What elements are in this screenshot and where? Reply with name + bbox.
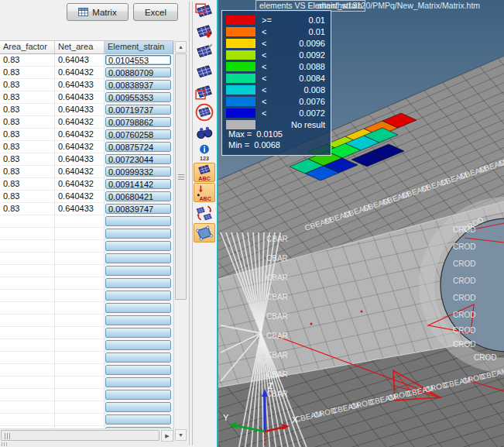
element-strain-cell[interactable] (105, 278, 171, 288)
element-strain-cell[interactable] (105, 266, 171, 276)
svg-text:CROD: CROD (453, 260, 475, 268)
table-swap-icon[interactable] (194, 203, 215, 222)
resize-grip[interactable] (0, 442, 187, 447)
table-cell (55, 339, 105, 352)
table-cell: 0.64043 (55, 54, 105, 67)
element-strain-cell[interactable]: 0.0104553 (105, 55, 171, 65)
element-strain-cell[interactable] (105, 315, 171, 325)
table-cell: 0.00999332 (105, 166, 173, 178)
element-strain-cell[interactable] (105, 390, 171, 400)
table-circle-icon[interactable] (194, 102, 215, 122)
toolbar-drag-handle[interactable] (189, 2, 193, 445)
table-edit-icon[interactable] (194, 42, 215, 61)
scroll-up-arrow-icon[interactable]: ▲ (175, 41, 187, 53)
svg-text:CBAR: CBAR (266, 351, 288, 359)
element-strain-cell[interactable]: 0.00838937 (105, 80, 171, 90)
excel-button[interactable]: Excel (133, 3, 178, 21)
table-row (0, 302, 173, 315)
find-binoculars-icon[interactable] (194, 122, 215, 142)
element-strain-cell[interactable] (105, 303, 171, 313)
table-plain-icon[interactable] (194, 62, 215, 81)
excel-button-label: Excel (145, 8, 166, 17)
horizontal-scrollbar[interactable]: ▶ (0, 428, 173, 442)
matrix-table-select-icon[interactable] (194, 2, 215, 21)
legend-swatch (226, 50, 255, 60)
table-red-select-icon[interactable] (194, 82, 215, 101)
element-strain-cell[interactable] (105, 229, 171, 239)
table-cell (105, 302, 173, 315)
column-header[interactable]: Area_factor (0, 41, 55, 53)
table-cell (0, 315, 55, 327)
svg-text:CROD: CROD (453, 340, 475, 349)
table-cell (105, 377, 173, 389)
table-cell (0, 215, 55, 228)
element-strain-cell[interactable] (105, 402, 171, 412)
table-cell (55, 265, 105, 277)
element-strain-cell[interactable]: 0.00880709 (105, 67, 171, 77)
element-strain-cell[interactable] (105, 328, 171, 338)
svg-text:ABC: ABC (198, 176, 210, 182)
table-row: 0.830.6404330.00838937 (0, 79, 173, 91)
element-strain-cell[interactable]: 0.00914142 (105, 179, 171, 189)
table-cell (0, 327, 55, 339)
element-strain-cell[interactable]: 0.00723044 (105, 154, 171, 164)
svg-text:ABC: ABC (199, 196, 211, 202)
table-cell (0, 240, 55, 253)
element-strain-cell[interactable] (105, 414, 171, 425)
table-cell (105, 414, 173, 426)
legend-swatch (226, 120, 255, 129)
element-strain-cell[interactable]: 0.00680421 (105, 191, 171, 201)
svg-text:123: 123 (200, 155, 209, 161)
element-strain-cell[interactable] (105, 377, 171, 387)
arrow-abc-labels-icon[interactable]: ABC (194, 183, 215, 202)
legend-maxmin: Max =0.0105 Min =0.0068 (228, 129, 283, 150)
vertical-scrollbar[interactable]: ▲ ▼ (173, 40, 187, 442)
element-strain-cell[interactable]: 0.00798862 (105, 117, 171, 127)
matrix-button[interactable]: Matrix (67, 3, 129, 21)
table-cell (105, 401, 173, 414)
table-cell: 0.83 (0, 166, 55, 178)
vertical-scrollbar-thumb[interactable] (175, 53, 187, 300)
element-strain-cell[interactable] (105, 352, 171, 363)
svg-text:CBAR: CBAR (266, 273, 288, 282)
svg-text:X: X (292, 415, 298, 425)
element-strain-cell[interactable] (105, 365, 171, 375)
element-strain-cell[interactable] (105, 241, 171, 251)
element-strain-cell[interactable]: 0.00760258 (105, 129, 171, 139)
horizontal-scrollbar-thumb[interactable] (1, 430, 159, 441)
matrix-button-label: Matrix (92, 8, 116, 17)
table-cell (0, 352, 55, 364)
area-select-icon[interactable] (194, 223, 215, 242)
legend-row-0: >=0.01 (222, 14, 331, 26)
column-header[interactable]: Net_area (55, 41, 105, 53)
element-strain-cell[interactable]: 0.00999332 (105, 167, 171, 177)
element-strain-cell[interactable]: 0.00839747 (105, 204, 171, 214)
element-strain-cell[interactable] (105, 216, 171, 226)
table-row: 0.830.6404330.00955353 (0, 91, 173, 104)
svg-text:CBAR: CBAR (266, 332, 288, 340)
element-strain-cell[interactable] (105, 340, 171, 350)
3d-viewport[interactable]: CRODCRODCRODCRODCRODCRODCRODCRODCBARCBAR… (217, 0, 504, 447)
table-row (0, 240, 173, 253)
info-123-icon[interactable]: 123 (194, 143, 215, 162)
element-strain-cell[interactable] (105, 253, 171, 263)
table-cell: 0.00955353 (105, 91, 173, 104)
scroll-right-arrow-icon[interactable]: ▶ (161, 430, 173, 442)
table-cell: 0.640433 (55, 79, 105, 91)
table-row (0, 401, 173, 414)
element-strain-cell[interactable]: 0.00955353 (105, 92, 171, 102)
element-strain-cell[interactable]: 0.00719737 (105, 105, 171, 115)
table-cell (55, 377, 105, 389)
column-header[interactable]: Element_strain (105, 41, 173, 53)
table-export-down-icon[interactable] (194, 22, 215, 41)
table-abc-labels-icon[interactable]: ABC (194, 163, 215, 182)
table-cell: 0.83 (0, 91, 55, 104)
legend-swatch (226, 15, 255, 25)
element-strain-cell[interactable] (105, 291, 171, 301)
table-cell (0, 277, 55, 290)
table-cell (105, 389, 173, 401)
svg-text:CROD: CROD (453, 242, 475, 251)
table-row: 0.830.6404330.00719737 (0, 104, 173, 116)
scroll-down-arrow-icon[interactable]: ▼ (175, 429, 187, 441)
element-strain-cell[interactable]: 0.00875724 (105, 142, 171, 152)
